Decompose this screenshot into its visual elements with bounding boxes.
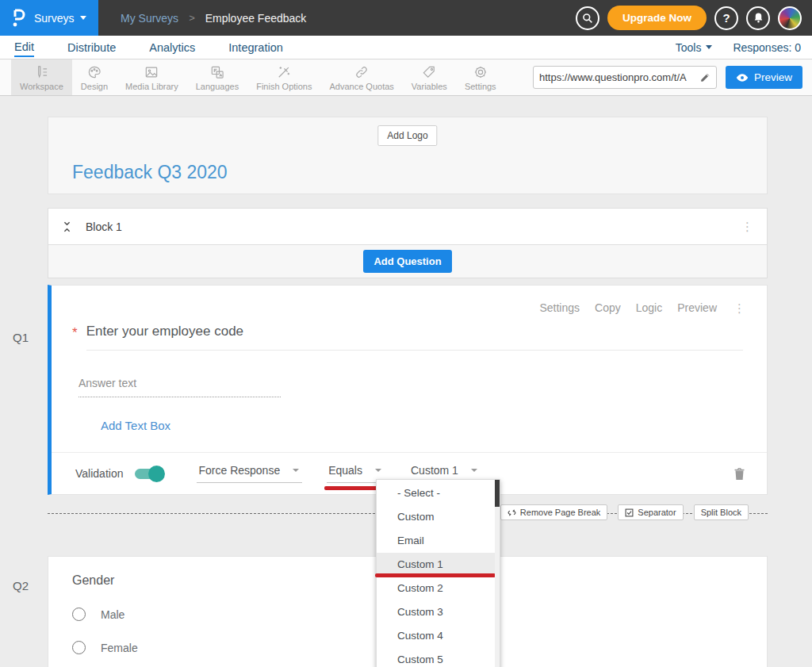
tab-distribute[interactable]: Distribute xyxy=(67,38,116,56)
validation-value-menu: - Select - Custom Email Custom 1 Custom … xyxy=(376,479,500,667)
separator-button[interactable]: Separator xyxy=(618,504,683,520)
toolbar-item-advance-quotas[interactable]: Advance Quotas xyxy=(320,59,402,95)
search-button[interactable] xyxy=(576,6,599,30)
menu-item-custom-4[interactable]: Custom 4 xyxy=(377,624,500,648)
checked-checkbox-icon xyxy=(625,508,634,517)
toolbar-item-variables[interactable]: Variables xyxy=(403,59,456,95)
question-copy-link[interactable]: Copy xyxy=(595,301,621,314)
question-mark-icon: ? xyxy=(722,11,730,25)
languages-icon xyxy=(209,64,225,80)
toolbar-item-design[interactable]: Design xyxy=(72,59,117,95)
upgrade-now-button[interactable]: Upgrade Now xyxy=(607,6,707,30)
tab-edit[interactable]: Edit xyxy=(14,37,34,57)
workspace-icon xyxy=(33,64,49,80)
tools-label: Tools xyxy=(676,41,702,54)
eye-icon xyxy=(736,73,749,82)
question-preview-link[interactable]: Preview xyxy=(677,301,717,314)
design-palette-icon xyxy=(86,64,102,80)
preview-label: Preview xyxy=(754,71,792,83)
question-number-q1: Q1 xyxy=(13,331,29,344)
survey-title[interactable]: Feedback Q3 2020 xyxy=(72,162,228,183)
toolbar-item-languages[interactable]: Languages xyxy=(187,59,247,95)
delete-validation-trash-icon[interactable] xyxy=(733,467,745,481)
question-text-q1[interactable]: Enter your employee code xyxy=(86,324,743,351)
split-block-button[interactable]: Split Block xyxy=(694,504,749,520)
question-settings-link[interactable]: Settings xyxy=(539,301,580,314)
toolbar-item-label: Variables xyxy=(412,82,447,91)
menu-item-select[interactable]: - Select - xyxy=(377,481,500,505)
header-actions: Upgrade Now ? xyxy=(576,6,812,30)
add-logo-button[interactable]: Add Logo xyxy=(377,125,437,146)
editor-toolbar: Workspace Design Media Library Languages… xyxy=(0,59,812,96)
option-label: Female xyxy=(101,642,138,654)
user-avatar[interactable] xyxy=(778,6,802,30)
answer-text-input[interactable]: Answer text xyxy=(79,377,281,397)
validation-value: Custom 1 xyxy=(411,464,458,477)
menu-scrollbar-thumb[interactable] xyxy=(495,480,500,507)
validation-toggle[interactable] xyxy=(135,469,163,479)
help-button[interactable]: ? xyxy=(714,6,738,30)
menu-item-custom-5[interactable]: Custom 5 xyxy=(377,648,500,667)
split-block-label: Split Block xyxy=(701,508,741,517)
responses-count[interactable]: Responses: 0 xyxy=(733,41,801,54)
bell-icon xyxy=(753,12,764,24)
block-kebab-menu-icon[interactable]: ⋮ xyxy=(741,220,753,232)
question-logic-link[interactable]: Logic xyxy=(636,301,662,314)
validation-label: Validation xyxy=(75,467,123,480)
survey-url-field[interactable]: https://www.questionpro.com/t/A xyxy=(533,66,717,89)
tools-menu[interactable]: Tools xyxy=(676,41,713,54)
media-library-icon xyxy=(144,64,159,80)
menu-item-custom-2[interactable]: Custom 2 xyxy=(377,577,500,600)
preview-button[interactable]: Preview xyxy=(726,66,802,89)
question-number-q2: Q2 xyxy=(13,579,29,592)
radio-circle-icon[interactable] xyxy=(72,608,86,621)
collapse-block-icon[interactable] xyxy=(62,220,72,233)
radio-circle-icon[interactable] xyxy=(72,641,86,654)
force-response-dropdown[interactable]: Force Response xyxy=(197,464,302,483)
survey-header-card: Add Logo Feedback Q3 2020 xyxy=(48,117,768,194)
gear-icon xyxy=(473,64,488,80)
menu-item-custom-3[interactable]: Custom 3 xyxy=(377,600,500,624)
block-title[interactable]: Block 1 xyxy=(86,220,122,233)
toolbar-item-label: Workspace xyxy=(20,82,63,91)
required-asterisk: * xyxy=(72,324,78,341)
app-switcher[interactable]: Surveys xyxy=(0,0,98,36)
breadcrumb-my-surveys[interactable]: My Surveys xyxy=(121,12,178,25)
force-response-value: Force Response xyxy=(198,464,280,477)
breadcrumb-separator: > xyxy=(189,12,195,24)
toolbar-item-media-library[interactable]: Media Library xyxy=(117,59,187,95)
menu-scrollbar[interactable] xyxy=(495,480,500,667)
tag-icon xyxy=(421,64,437,80)
edit-pencil-icon[interactable] xyxy=(699,72,710,83)
app-menu-label: Surveys xyxy=(34,12,75,25)
main-nav: Edit Distribute Analytics Integration To… xyxy=(0,36,812,59)
toolbar-item-label: Languages xyxy=(196,82,239,91)
toolbar-item-label: Finish Options xyxy=(256,82,312,91)
remove-page-break-label: Remove Page Break xyxy=(520,508,601,517)
toolbar-item-workspace[interactable]: Workspace xyxy=(11,59,72,95)
magic-wand-icon xyxy=(276,64,292,80)
toolbar-item-finish-options[interactable]: Finish Options xyxy=(247,59,320,95)
notifications-button[interactable] xyxy=(746,6,770,30)
menu-item-custom[interactable]: Custom xyxy=(377,505,500,529)
question-action-links: Settings Copy Logic Preview ⋮ xyxy=(52,286,767,314)
chain-links-icon xyxy=(354,64,370,80)
question-card-q1: Settings Copy Logic Preview ⋮ * Enter yo… xyxy=(48,285,768,495)
menu-item-email[interactable]: Email xyxy=(377,529,500,553)
annotation-underline xyxy=(375,573,496,577)
toolbar-item-label: Settings xyxy=(465,82,496,91)
add-question-button[interactable]: Add Question xyxy=(363,250,451,273)
operator-value: Equals xyxy=(328,464,362,477)
survey-editor-page: Surveys My Surveys > Employee Feedback U… xyxy=(0,0,812,667)
remove-page-break-button[interactable]: Remove Page Break xyxy=(500,504,608,520)
toolbar-item-settings[interactable]: Settings xyxy=(456,59,505,95)
top-header: Surveys My Surveys > Employee Feedback U… xyxy=(0,0,812,36)
broken-link-icon xyxy=(508,508,516,517)
tab-integration[interactable]: Integration xyxy=(228,38,283,56)
questionpro-logo-icon xyxy=(10,8,27,29)
question-kebab-menu-icon[interactable]: ⋮ xyxy=(733,302,745,314)
toolbar-item-label: Design xyxy=(81,82,108,91)
option-label: Male xyxy=(101,608,124,621)
add-text-box-link[interactable]: Add Text Box xyxy=(101,419,170,432)
tab-analytics[interactable]: Analytics xyxy=(149,38,195,56)
